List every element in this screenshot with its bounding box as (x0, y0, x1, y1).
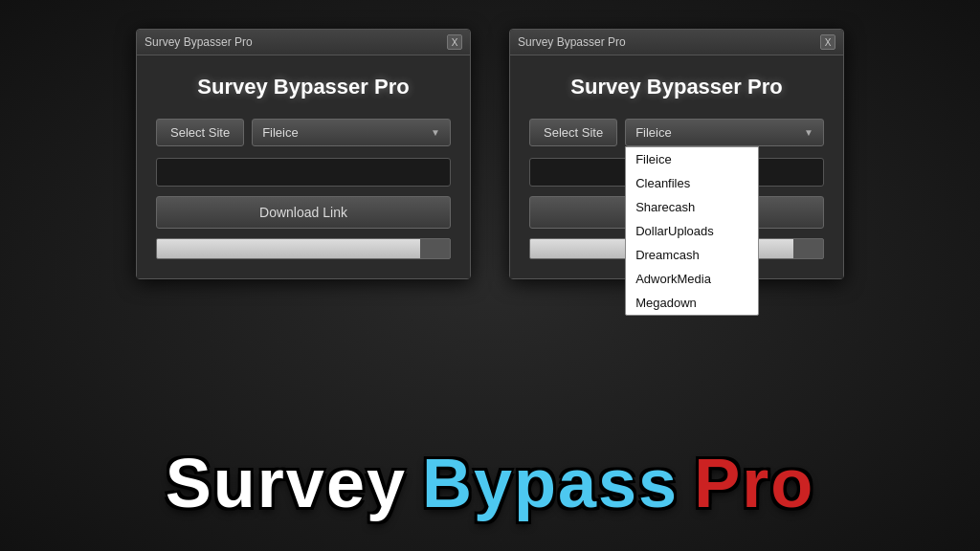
titlebar-right: Survey Bypasser Pro X (510, 30, 843, 55)
progress-bar-left (156, 238, 451, 259)
titlebar-left: Survey Bypasser Pro X (137, 30, 470, 55)
dropdown-item-megadown[interactable]: Megadown (626, 291, 758, 315)
dropdown-arrow-left: ▼ (431, 127, 440, 138)
window-title-right: Survey Bypasser Pro (518, 35, 626, 49)
window-body-left: Survey Bypasser Pro Select Site Fileice … (137, 55, 470, 278)
dropdown-arrow-right: ▼ (804, 127, 813, 138)
controls-row-right: Select Site Fileice ▼ Fileice Cleanfiles… (529, 119, 824, 146)
dropdown-item-adworkmedia[interactable]: AdworkMedia (626, 267, 758, 291)
dropdown-container-left: Fileice ▼ (252, 119, 451, 146)
windows-row: Survey Bypasser Pro X Survey Bypasser Pr… (136, 29, 844, 279)
big-title-survey: Survey (166, 444, 407, 522)
dropdown-item-dreamcash[interactable]: Dreamcash (626, 243, 758, 267)
window-left: Survey Bypasser Pro X Survey Bypasser Pr… (136, 29, 471, 279)
controls-row-left: Select Site Fileice ▼ (156, 119, 451, 146)
close-button-left[interactable]: X (447, 34, 462, 50)
window-body-right: Survey Bypasser Pro Select Site Fileice … (510, 55, 843, 278)
dropdown-item-cleanfiles[interactable]: Cleanfiles (626, 171, 758, 195)
dropdown-button-left[interactable]: Fileice ▼ (252, 119, 451, 146)
dropdown-value-right: Fileice (635, 125, 672, 140)
dropdown-value-left: Fileice (262, 125, 299, 140)
big-title-bypass: Bypass (422, 444, 679, 522)
close-button-right[interactable]: X (820, 34, 835, 50)
app-title-left: Survey Bypasser Pro (156, 75, 451, 99)
download-button-left[interactable]: Download Link (156, 196, 451, 229)
progress-fill-left (157, 239, 420, 258)
big-title: Survey Bypass Pro (0, 444, 980, 522)
app-title-right: Survey Bypasser Pro (529, 75, 824, 99)
select-site-button-right[interactable]: Select Site (529, 119, 617, 146)
dropdown-button-right[interactable]: Fileice ▼ (625, 119, 824, 146)
dropdown-item-dollaruploads[interactable]: DollarUploads (626, 219, 758, 243)
window-title-left: Survey Bypasser Pro (145, 35, 253, 49)
big-title-pro: Pro (694, 444, 814, 522)
select-site-button-left[interactable]: Select Site (156, 119, 244, 146)
dropdown-container-right: Fileice ▼ Fileice Cleanfiles Sharecash D… (625, 119, 824, 146)
dropdown-item-fileice[interactable]: Fileice (626, 147, 758, 171)
dropdown-menu-right: Fileice Cleanfiles Sharecash DollarUploa… (625, 146, 759, 316)
url-input-left[interactable] (156, 158, 451, 187)
dropdown-item-sharecash[interactable]: Sharecash (626, 195, 758, 219)
window-right: Survey Bypasser Pro X Survey Bypasser Pr… (509, 29, 844, 279)
